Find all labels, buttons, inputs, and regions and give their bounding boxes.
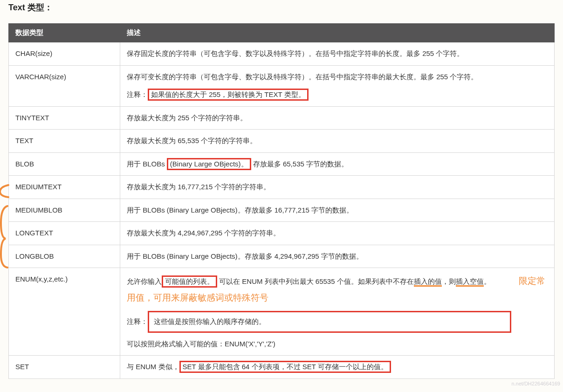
enum-line1-pre: 允许你输入	[127, 277, 162, 285]
cell-type: TINYTEXT	[9, 106, 120, 130]
cell-type: BLOB	[9, 152, 120, 176]
enum-line1-mid: 可以在 ENUM 列表中列出最大 65535 个值。如果列表中不存在	[219, 277, 414, 285]
annotation-curve-icon	[0, 184, 10, 198]
note-prefix: 注释：	[127, 90, 148, 98]
cell-desc: 存放最大长度为 65,535 个字符的字符串。	[120, 130, 555, 153]
highlight-box: (Binary Large OBjects)。	[167, 158, 251, 170]
cell-type: TEXT	[9, 130, 120, 153]
note-prefix: 注释：	[127, 317, 148, 325]
enum-line1-mid2: ，则	[442, 277, 456, 285]
table-row: TEXT 存放最大长度为 65,535 个字符的字符串。	[9, 130, 555, 153]
cell-type: LONGBLOB	[9, 245, 120, 268]
cell-desc: 保存可变长度的字符串（可包含字母、数字以及特殊字符）。在括号中指定字符串的最大长…	[120, 65, 555, 106]
highlight-box: SET 最多只能包含 64 个列表项，不过 SET 可存储一个以上的值。	[179, 361, 391, 373]
th-type: 数据类型	[9, 24, 120, 42]
table-row: MEDIUMTEXT 存放最大长度为 16,777,215 个字符的字符串。	[9, 176, 555, 199]
section-heading: Text 类型：	[8, 0, 555, 13]
blob-pre: 用于 BLOBs	[127, 160, 167, 168]
table-row: SET 与 ENUM 类似，SET 最多只能包含 64 个列表项，不过 SET …	[9, 356, 555, 379]
cell-desc: 存放最大长度为 255 个字符的字符串。	[120, 106, 555, 130]
cell-desc: 允许你输入可能值的列表。 可以在 ENUM 列表中列出最大 65535 个值。如…	[120, 268, 555, 356]
enum-line1-end: 。	[484, 277, 491, 285]
varchar-note: 注释：如果值的长度大于 255，则被转换为 TEXT 类型。	[127, 88, 548, 102]
cell-type: LONGTEXT	[9, 222, 120, 245]
table-row: MEDIUMBLOB 用于 BLOBs (Binary Large OBject…	[9, 199, 555, 222]
cell-type: MEDIUMTEXT	[9, 176, 120, 199]
cell-desc: 用于 BLOBs (Binary Large OBjects)。存放最多 4,2…	[120, 245, 555, 268]
cell-type: VARCHAR(size)	[9, 65, 120, 106]
annotation-bracket-icon	[0, 204, 9, 269]
table-row: LONGBLOB 用于 BLOBs (Binary Large OBjects)…	[9, 245, 555, 268]
cell-desc: 与 ENUM 类似，SET 最多只能包含 64 个列表项，不过 SET 可存储一…	[120, 356, 555, 379]
table-row: CHAR(size) 保存固定长度的字符串（可包含字母、数字以及特殊字符）。在括…	[9, 42, 555, 66]
table-row: VARCHAR(size) 保存可变长度的字符串（可包含字母、数字以及特殊字符）…	[9, 65, 555, 106]
varchar-desc-main: 保存可变长度的字符串（可包含字母、数字以及特殊字符）。在括号中指定字符串的最大长…	[127, 70, 548, 84]
blob-post: 存放最多 65,535 字节的数据。	[253, 160, 348, 168]
enum-example: 可以按照此格式输入可能的值：ENUM('X','Y','Z')	[127, 337, 548, 351]
table-row: TINYTEXT 存放最大长度为 255 个字符的字符串。	[9, 106, 555, 130]
table-row: BLOB 用于 BLOBs (Binary Large OBjects)。 存放…	[9, 152, 555, 176]
highlight-box-wide: 这些值是按照你输入的顺序存储的。	[148, 311, 511, 333]
th-desc: 描述	[120, 24, 555, 42]
cell-type: MEDIUMBLOB	[9, 199, 120, 222]
enum-line1: 允许你输入可能值的列表。 可以在 ENUM 列表中列出最大 65535 个值。如…	[127, 273, 548, 306]
cell-desc: 存放最大长度为 4,294,967,295 个字符的字符串。	[120, 222, 555, 245]
set-pre: 与 ENUM 类似，	[127, 363, 179, 371]
cell-desc: 保存固定长度的字符串（可包含字母、数字以及特殊字符）。在括号中指定字符串的长度。…	[120, 42, 555, 66]
enum-note-boxed-text: 这些值是按照你输入的顺序存储的。	[154, 317, 266, 325]
underline-annotation: 插入空值	[456, 277, 484, 287]
underline-annotation: 插入的值	[414, 277, 442, 287]
cell-type: SET	[9, 356, 120, 379]
cell-desc: 存放最大长度为 16,777,215 个字符的字符串。	[120, 176, 555, 199]
cell-type: ENUM(x,y,z,etc.)	[9, 268, 120, 356]
cell-type: CHAR(size)	[9, 42, 120, 66]
cell-desc: 用于 BLOBs (Binary Large OBjects)。存放最多 16,…	[120, 199, 555, 222]
table-row: ENUM(x,y,z,etc.) 允许你输入可能值的列表。 可以在 ENUM 列…	[9, 268, 555, 356]
table-header-row: 数据类型 描述	[9, 24, 555, 42]
datatype-table: 数据类型 描述 CHAR(size) 保存固定长度的字符串（可包含字母、数字以及…	[8, 23, 555, 379]
highlight-box: 可能值的列表。	[162, 275, 217, 288]
enum-note: 注释：这些值是按照你输入的顺序存储的。	[127, 311, 548, 333]
table-row: LONGTEXT 存放最大长度为 4,294,967,295 个字符的字符串。	[9, 222, 555, 245]
highlight-box: 如果值的长度大于 255，则被转换为 TEXT 类型。	[148, 89, 309, 101]
cell-desc: 用于 BLOBs (Binary Large OBjects)。 存放最多 65…	[120, 152, 555, 176]
